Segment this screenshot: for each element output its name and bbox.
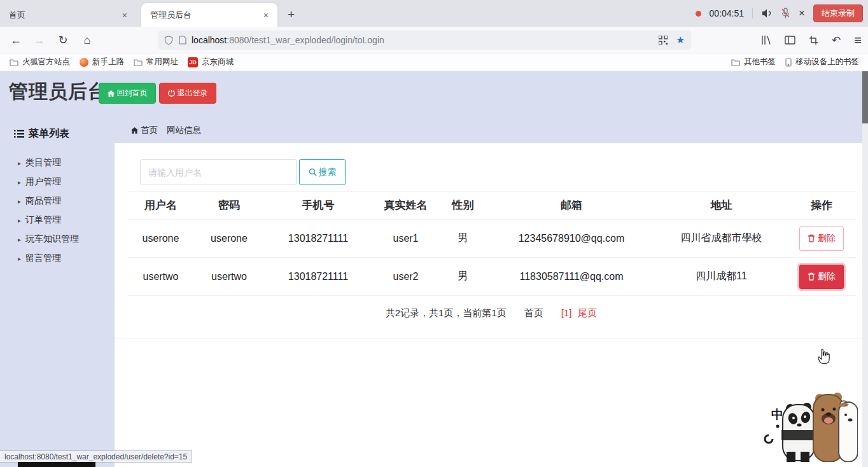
microphone-muted-icon[interactable] [781, 8, 790, 19]
sidebar-item-label: 订单管理 [25, 214, 61, 226]
tab-admin[interactable]: 管理员后台 × [141, 3, 277, 27]
bookmark-common-sites[interactable]: 常用网址 [134, 57, 178, 67]
pagination-current-page[interactable]: [1] [561, 307, 572, 319]
sidebar-item-label: 留言管理 [25, 253, 61, 264]
bookmark-mobile[interactable]: 移动设备上的书签 [785, 57, 859, 67]
delete-button-hovered[interactable]: 删除 [799, 265, 844, 289]
screenshot-crop-icon[interactable] [809, 36, 818, 45]
button-label: 退出登录 [178, 88, 208, 99]
col-header-username: 用户名 [127, 198, 194, 213]
pagination-first-link[interactable]: 首页 [524, 307, 543, 319]
firefox-icon [80, 58, 88, 67]
status-bar-url: localhost:8080/test1_war_exploded/user/d… [0, 450, 192, 463]
library-icon[interactable] [761, 35, 771, 45]
bears-sticker-image: 中 [757, 391, 858, 462]
caret-right-icon: ▸ [18, 198, 21, 205]
shield-icon [164, 36, 173, 45]
sidebar-toggle-icon[interactable] [785, 36, 795, 45]
bookmark-label: 京东商城 [202, 57, 234, 67]
cell-gender: 男 [439, 232, 487, 245]
sidebar-item-category[interactable]: ▸类目管理 [18, 157, 61, 169]
folder-icon [10, 59, 18, 66]
search-icon [309, 168, 317, 176]
table-header-row: 用户名 密码 手机号 真实姓名 性别 邮箱 地址 操作 [127, 191, 857, 220]
tab-label: 网站信息 [167, 125, 201, 136]
bookmark-other[interactable]: 其他书签 [731, 57, 776, 67]
reload-button[interactable]: ↻ [52, 27, 74, 53]
cell-phone: 13018721111 [264, 271, 372, 282]
page-info-icon[interactable] [179, 36, 186, 45]
qr-code-icon[interactable] [659, 36, 668, 45]
col-header-address: 地址 [656, 198, 787, 213]
recording-close-icon[interactable]: × [799, 7, 805, 20]
tab-home[interactable]: 首页 × [0, 3, 136, 27]
speaker-icon[interactable] [761, 8, 773, 18]
cell-username: userone [127, 233, 194, 244]
cell-realname: user1 [372, 233, 439, 244]
sidebar-item-users[interactable]: ▸用户管理 [18, 176, 61, 188]
bookmark-label: 火狐官方站点 [22, 57, 70, 67]
content-tab-site-info[interactable]: 网站信息 [167, 125, 201, 136]
forward-button[interactable]: → [28, 27, 50, 53]
button-label: 删除 [818, 233, 836, 244]
sidebar-item-messages[interactable]: ▸留言管理 [18, 253, 61, 264]
back-button[interactable]: ← [5, 27, 27, 53]
logout-button[interactable]: 退出登录 [159, 83, 216, 104]
cell-realname: user2 [372, 271, 439, 282]
bookmark-jd-mall[interactable]: JD 京东商城 [188, 57, 234, 67]
search-input[interactable] [140, 159, 297, 185]
sidebar-item-label: 用户管理 [25, 176, 61, 188]
bookmark-label: 移动设备上的书签 [795, 57, 859, 67]
recording-toolbar: 00:04:51 × 结束录制 [696, 0, 863, 27]
button-label: 删除 [818, 271, 836, 282]
cell-address: 四川省成都市學校 [656, 232, 787, 245]
folder-icon [731, 59, 740, 66]
sidebar-item-orders[interactable]: ▸订单管理 [18, 214, 61, 226]
menu-title-label: 菜单列表 [29, 127, 69, 141]
recording-timer: 00:04:51 [710, 8, 745, 18]
pagination-last-link[interactable]: 尾页 [578, 307, 597, 319]
tab-close-icon[interactable]: × [261, 10, 271, 20]
bookmark-firefox-official[interactable]: 火狐官方站点 [10, 57, 70, 67]
new-tab-button[interactable]: + [288, 8, 295, 22]
jd-icon: JD [188, 57, 198, 67]
browser-tab-bar: 首页 × 管理员后台 × + 00:04:51 × 结束录制 [0, 0, 868, 27]
bookmark-label: 其他书签 [744, 57, 776, 67]
home-button[interactable]: ⌂ [76, 27, 98, 53]
delete-button[interactable]: 删除 [799, 227, 844, 251]
url-text: localhost:8080/test1_war_exploded/login/… [192, 35, 384, 45]
tab-label: 首页 [141, 125, 158, 136]
bookmark-star-icon[interactable]: ★ [676, 34, 685, 46]
page-title: 管理员后台 [9, 79, 108, 105]
app-menu-icon[interactable]: ≡ [854, 33, 862, 48]
stop-recording-button[interactable]: 结束录制 [813, 4, 863, 22]
cell-username: usertwo [127, 271, 194, 282]
table-row: usertwo usertwo 13018721111 user2 男 1183… [127, 258, 857, 296]
scrollbar-thumb[interactable] [862, 71, 868, 123]
col-header-realname: 真实姓名 [372, 198, 439, 213]
sidebar-item-products[interactable]: ▸商品管理 [18, 195, 61, 207]
content-tab-home[interactable]: 首页 [131, 125, 158, 136]
tab-close-icon[interactable]: × [120, 10, 130, 20]
pagination-summary: 共2记录，共1页，当前第1页 [386, 307, 507, 319]
cell-gender: 男 [439, 270, 487, 283]
sticker-text: 中 [771, 408, 783, 421]
undo-icon[interactable]: ↶ [832, 34, 841, 47]
scrollbar-track[interactable] [862, 71, 868, 467]
back-to-home-button[interactable]: 回到首页 [99, 83, 156, 104]
cell-phone: 13018271111 [264, 233, 372, 244]
col-header-actions: 操作 [787, 198, 857, 213]
address-bar[interactable]: localhost:8080/test1_war_exploded/login/… [158, 31, 691, 50]
browser-toolbar: ← → ↻ ⌂ localhost:8080/test1_war_explode… [0, 27, 868, 53]
caret-right-icon: ▸ [18, 179, 21, 186]
caret-right-icon: ▸ [18, 236, 21, 243]
caret-right-icon: ▸ [18, 160, 21, 167]
sidebar-item-knowledge[interactable]: ▸玩车知识管理 [18, 234, 79, 245]
search-button[interactable]: 搜索 [299, 159, 346, 185]
url-host: localhost [192, 35, 227, 45]
table-row: userone userone 13018271111 user1 男 1234… [127, 220, 857, 258]
bookmark-getting-started[interactable]: 新手上路 [80, 57, 124, 67]
cell-password: usertwo [194, 271, 264, 282]
sidebar-item-label: 商品管理 [25, 195, 61, 207]
sidebar-item-label: 玩车知识管理 [25, 234, 79, 245]
